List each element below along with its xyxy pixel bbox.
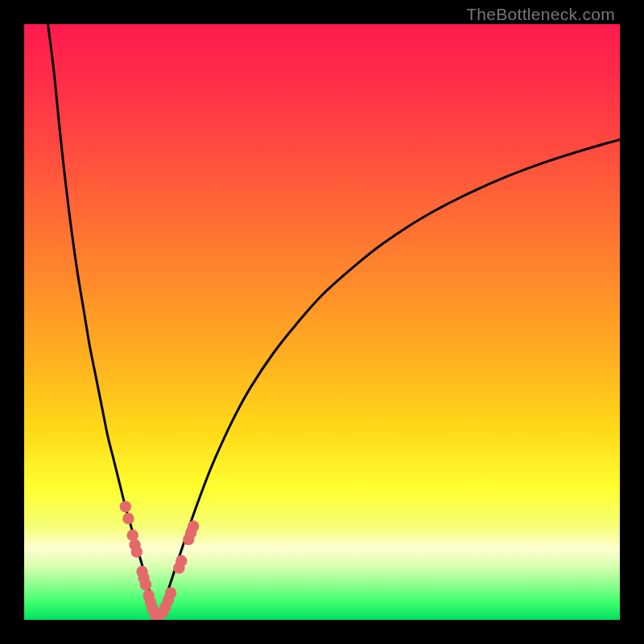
scatter-marker (188, 521, 199, 532)
scatter-marker (140, 579, 151, 590)
scatter-marker (122, 513, 134, 524)
plot-area (24, 24, 620, 620)
scatter-marker (120, 501, 131, 512)
curve-right-arm (159, 140, 621, 620)
scatter-marker (165, 588, 176, 599)
chart-frame: TheBottleneck.com (0, 0, 644, 644)
scatter-markers (120, 501, 200, 620)
scatter-marker (175, 555, 187, 567)
curve-left-arm (48, 24, 159, 620)
watermark-text: TheBottleneck.com (466, 5, 615, 24)
scatter-marker (131, 546, 142, 557)
chart-svg (24, 24, 620, 620)
